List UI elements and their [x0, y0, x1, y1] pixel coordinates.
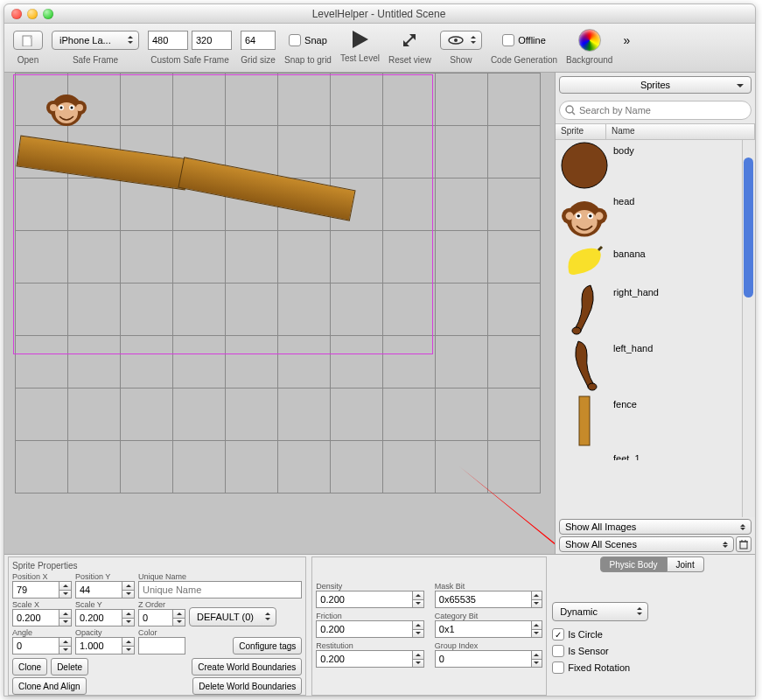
offline-checkbox[interactable] — [502, 34, 514, 46]
sprite-props-title: Sprite Properties — [12, 561, 302, 570]
pos-x-input[interactable] — [12, 581, 59, 598]
snap-checkbox[interactable] — [289, 34, 301, 46]
background-color-picker[interactable] — [578, 29, 601, 52]
mask-bit-input[interactable] — [435, 591, 532, 608]
category-bit-input[interactable] — [435, 620, 532, 638]
search-field[interactable] — [559, 101, 752, 120]
create-boundaries-button[interactable]: Create World Boundaries — [192, 658, 302, 676]
sprite-head[interactable] — [46, 88, 87, 129]
canvas[interactable] — [4, 73, 556, 554]
configure-tags-button[interactable]: Configure tags — [233, 637, 302, 654]
play-icon[interactable] — [349, 29, 370, 50]
delete-boundaries-button[interactable]: Delete World Boundaries — [192, 677, 302, 695]
density-input[interactable] — [316, 591, 413, 608]
minimize-icon[interactable] — [27, 9, 38, 19]
pos-y-stepper[interactable] — [122, 581, 135, 598]
angle-input[interactable] — [12, 637, 59, 654]
close-icon[interactable] — [11, 9, 22, 19]
width-input[interactable] — [148, 31, 188, 50]
show-dropdown[interactable] — [440, 31, 482, 50]
svg-point-14 — [566, 106, 573, 113]
offline-label: Offline — [518, 35, 546, 46]
friction-stepper[interactable] — [413, 620, 424, 638]
pos-x-stepper[interactable] — [59, 581, 72, 598]
opacity-stepper[interactable] — [122, 637, 135, 654]
cat-stepper[interactable] — [532, 620, 543, 638]
sprites-selector[interactable]: Sprites — [559, 76, 752, 94]
density-stepper[interactable] — [413, 591, 424, 608]
background-label: Background — [566, 55, 612, 65]
svg-line-1 — [405, 36, 414, 45]
list-item[interactable]: head — [556, 191, 755, 243]
overflow-icon[interactable]: » — [623, 33, 631, 47]
is-sensor-label: Is Sensor — [568, 646, 608, 656]
title-bar: LevelHelper - Untitled Scene — [4, 4, 755, 24]
zoom-icon[interactable] — [43, 9, 53, 19]
fixed-rot-label: Fixed Rotation — [568, 662, 630, 673]
sprite-panel: Sprites Sprite Name body — [556, 73, 755, 554]
z-stepper[interactable] — [173, 609, 185, 626]
restitution-input[interactable] — [316, 650, 413, 668]
grid-size-label: Grid size — [241, 55, 275, 65]
opacity-input[interactable] — [75, 637, 122, 654]
body-type-panel: Physic Body Joint Dynamic Is Circle Is S… — [552, 556, 752, 696]
friction-input[interactable] — [316, 620, 413, 638]
search-input[interactable] — [579, 105, 745, 116]
col-sprite[interactable]: Sprite — [556, 124, 606, 139]
list-item[interactable]: body — [556, 140, 755, 191]
delete-button[interactable] — [736, 536, 752, 552]
fixed-rotation-checkbox[interactable] — [552, 662, 564, 674]
grid-size-input[interactable] — [241, 31, 276, 50]
svg-point-26 — [589, 214, 591, 217]
svg-rect-29 — [579, 396, 590, 445]
toolbar: Open iPhone La... Safe Frame Custom Safe… — [4, 24, 755, 73]
safe-frame-select[interactable]: iPhone La... — [52, 31, 139, 50]
code-gen-label: Code Generation — [491, 55, 557, 65]
angle-stepper[interactable] — [59, 637, 72, 654]
group-index-input[interactable] — [435, 650, 532, 668]
sprite-list: Sprite Name body — [556, 123, 755, 517]
show-images-select[interactable]: Show All Images — [559, 519, 752, 535]
list-item[interactable]: right_hand — [556, 282, 755, 338]
scale-y-stepper[interactable] — [122, 609, 135, 626]
list-item[interactable]: left_hand — [556, 338, 755, 394]
tab-physic-body[interactable]: Physic Body — [600, 556, 668, 572]
is-circle-checkbox[interactable] — [552, 628, 564, 640]
body-type-select[interactable]: Dynamic — [552, 602, 648, 621]
restitution-stepper[interactable] — [413, 650, 424, 668]
col-name[interactable]: Name — [606, 124, 755, 139]
show-scenes-select[interactable]: Show All Scenes — [559, 536, 734, 552]
reset-view-icon[interactable] — [400, 31, 419, 50]
pos-y-input[interactable] — [75, 581, 122, 598]
safe-frame-label: Safe Frame — [73, 55, 118, 65]
snap-label: Snap — [304, 35, 327, 46]
svg-point-25 — [577, 214, 580, 217]
mask-stepper[interactable] — [532, 591, 543, 608]
delete-sprite-button[interactable]: Delete — [51, 658, 88, 676]
open-label: Open — [17, 55, 38, 65]
z-order-input[interactable] — [138, 609, 173, 626]
list-item[interactable]: feet_1 — [556, 448, 755, 460]
group-stepper[interactable] — [532, 650, 543, 668]
svg-point-28 — [588, 383, 597, 390]
clone-button[interactable]: Clone — [12, 658, 47, 676]
color-swatch[interactable] — [138, 637, 185, 654]
scale-x-input[interactable] — [12, 609, 59, 626]
scrollbar[interactable] — [742, 140, 755, 517]
svg-point-3 — [454, 38, 458, 42]
test-level-label: Test Level — [340, 53, 380, 63]
is-circle-label: Is Circle — [568, 629, 603, 640]
tab-joint[interactable]: Joint — [668, 556, 704, 572]
height-input[interactable] — [192, 31, 232, 50]
svg-point-16 — [562, 143, 607, 188]
list-item[interactable]: banana — [556, 243, 755, 282]
list-item[interactable]: fence — [556, 394, 755, 448]
unique-name-input[interactable] — [138, 581, 302, 598]
is-sensor-checkbox[interactable] — [552, 645, 564, 657]
scale-y-input[interactable] — [75, 609, 122, 626]
z-default-select[interactable]: DEFAULT (0) — [189, 607, 276, 626]
snap-grid-label: Snap to grid — [284, 55, 332, 65]
open-button[interactable] — [13, 31, 43, 50]
clone-align-button[interactable]: Clone And Align — [12, 677, 87, 695]
scale-x-stepper[interactable] — [59, 609, 72, 626]
